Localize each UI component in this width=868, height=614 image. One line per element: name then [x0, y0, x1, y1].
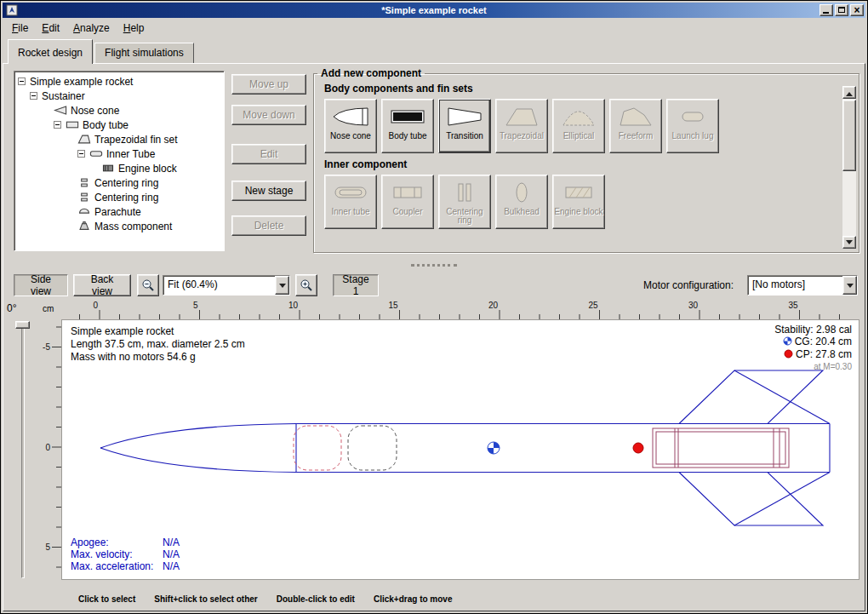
- panel-splitter[interactable]: [3, 260, 865, 270]
- tree-item-engine-block[interactable]: Engine block: [14, 161, 224, 175]
- rocket-name: Simple example rocket: [71, 325, 245, 338]
- inner-tube-icon: [89, 149, 103, 158]
- stage-1-toggle[interactable]: Stage 1: [333, 274, 379, 296]
- menu-file[interactable]: File: [6, 20, 34, 37]
- rotation-value: 0°: [7, 302, 16, 314]
- scroll-down-button[interactable]: [842, 236, 856, 249]
- new-stage-button[interactable]: New stage: [231, 181, 306, 201]
- tree-item-sustainer[interactable]: Sustainer: [14, 89, 224, 103]
- max-acceleration-value: N/A: [163, 560, 180, 572]
- add-freeform-fin-button[interactable]: Freeform: [609, 99, 662, 153]
- mass-component-icon: [77, 221, 91, 231]
- side-view-button[interactable]: Side view: [14, 274, 68, 296]
- tree-item-nose-cone[interactable]: Nose cone: [14, 103, 224, 118]
- delete-button[interactable]: Delete: [231, 215, 306, 236]
- tab-flight-simulations[interactable]: Flight simulations: [94, 43, 194, 63]
- component-panel-scrollbar[interactable]: [842, 86, 856, 249]
- chevron-down-icon[interactable]: [275, 276, 289, 295]
- apogee-value: N/A: [163, 537, 180, 548]
- zoom-select[interactable]: Fit (60.4%): [163, 275, 290, 296]
- hint-double-click: Double-click to edit: [277, 594, 355, 604]
- rocket-body-outline[interactable]: [100, 370, 830, 525]
- add-centering-ring-button[interactable]: Centering ring: [438, 175, 491, 229]
- nose-cone-icon: [332, 103, 369, 130]
- tree-item-rocket[interactable]: Simple example rocket: [14, 74, 224, 89]
- add-trapezoidal-fin-button[interactable]: Trapezoidal: [495, 99, 548, 153]
- back-view-button[interactable]: Back view: [73, 274, 131, 296]
- body-tube-icon: [66, 120, 79, 129]
- max-velocity-value: N/A: [163, 548, 180, 560]
- chevron-down-icon[interactable]: [842, 276, 857, 295]
- cg-value: CG: 20.4 cm: [795, 336, 852, 347]
- parachute-icon: [77, 207, 91, 216]
- zoom-in-button[interactable]: [295, 274, 317, 296]
- tab-rocket-design[interactable]: Rocket design: [8, 39, 93, 64]
- collapse-icon[interactable]: [30, 92, 37, 100]
- rocket-view-area: 0° cm 05101520253035 -505: [3, 301, 865, 590]
- move-down-button[interactable]: Move down: [231, 105, 306, 125]
- tree-item-parachute[interactable]: Parachute: [14, 204, 224, 219]
- tree-item-mass-component[interactable]: Mass component: [14, 219, 224, 233]
- menu-edit[interactable]: Edit: [36, 20, 66, 37]
- add-coupler-button[interactable]: Coupler: [381, 175, 434, 229]
- freeform-fin-icon: [617, 103, 654, 130]
- motor-mount-outline[interactable]: [653, 428, 789, 468]
- cp-icon: [784, 349, 793, 361]
- horizontal-ruler: 05101520253035: [61, 301, 859, 319]
- body-tube-icon: [389, 103, 426, 130]
- add-component-title: Add new component: [317, 67, 425, 79]
- component-tree[interactable]: Simple example rocket Sustainer Nose con…: [14, 71, 225, 251]
- rocket-dimensions: Length 37.5 cm, max. diameter 2.5 cm: [71, 338, 245, 351]
- motor-configuration-label: Motor configuration:: [643, 279, 734, 291]
- tree-item-fin-set[interactable]: Trapezoidal fin set: [14, 132, 224, 146]
- hint-shift-click: Shift+click to select other: [154, 594, 257, 604]
- add-body-tube-button[interactable]: Body tube: [381, 99, 434, 153]
- scroll-up-button[interactable]: [842, 86, 856, 99]
- add-inner-tube-button[interactable]: Inner tube: [324, 175, 377, 229]
- tree-item-inner-tube[interactable]: Inner Tube: [14, 146, 224, 161]
- rocket-canvas[interactable]: Simple example rocket Length 37.5 cm, ma…: [61, 319, 859, 580]
- rotation-slider[interactable]: [21, 323, 25, 578]
- window-title: *Simple example rocket: [3, 5, 865, 15]
- parachute-outline[interactable]: [294, 426, 341, 470]
- add-launch-lug-button[interactable]: Launch lug: [666, 99, 719, 153]
- menu-help[interactable]: Help: [117, 20, 151, 37]
- zoom-in-icon: [300, 278, 313, 292]
- mach-value: at M=0.30: [774, 361, 852, 373]
- move-up-button[interactable]: Move up: [231, 74, 306, 95]
- tree-item-centering-ring-2[interactable]: Centering ring: [14, 190, 224, 204]
- cp-marker: [633, 443, 643, 453]
- titlebar: *Simple example rocket: [3, 3, 865, 18]
- cg-marker: [488, 442, 500, 454]
- svg-text:15: 15: [388, 301, 398, 310]
- maximize-button[interactable]: [835, 4, 848, 16]
- add-engine-block-button[interactable]: Engine block: [552, 175, 605, 229]
- collapse-icon[interactable]: [54, 121, 61, 129]
- mass-component-outline[interactable]: [348, 426, 397, 470]
- svg-text:35: 35: [788, 301, 798, 310]
- zoom-out-icon: [141, 278, 155, 292]
- close-button[interactable]: [850, 4, 864, 16]
- collapse-icon[interactable]: [18, 77, 26, 85]
- collapse-icon[interactable]: [77, 150, 85, 158]
- tree-item-centering-ring-1[interactable]: Centering ring: [14, 175, 224, 190]
- add-bulkhead-button[interactable]: Bulkhead: [495, 175, 548, 229]
- engine-block-icon: [101, 164, 115, 173]
- zoom-out-button[interactable]: [137, 274, 159, 296]
- coupler-icon: [389, 179, 426, 206]
- motor-configuration-select[interactable]: [No motors]: [747, 275, 858, 296]
- edit-button[interactable]: Edit: [231, 144, 306, 164]
- scrollbar-thumb[interactable]: [842, 100, 856, 171]
- add-nose-cone-button[interactable]: Nose cone: [324, 99, 377, 153]
- minimize-button[interactable]: [819, 4, 833, 16]
- inner-component-label: Inner component: [324, 158, 859, 170]
- rotation-slider-handle[interactable]: [15, 321, 30, 329]
- elliptical-fin-icon: [560, 103, 597, 130]
- svg-text:5: 5: [45, 542, 50, 552]
- centering-ring-icon: [77, 192, 91, 202]
- app-icon[interactable]: [6, 4, 18, 16]
- tree-item-body-tube[interactable]: Body tube: [14, 118, 224, 132]
- add-transition-button[interactable]: Transition: [438, 99, 491, 153]
- add-elliptical-fin-button[interactable]: Elliptical: [552, 99, 605, 153]
- menu-analyze[interactable]: Analyze: [67, 20, 116, 37]
